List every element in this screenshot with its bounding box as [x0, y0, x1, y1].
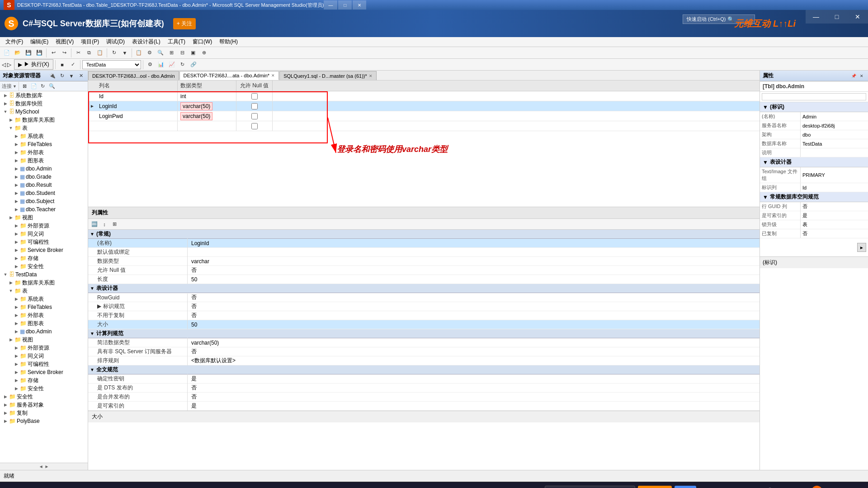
tree-item-td-systables[interactable]: ▶ 📁 系统表	[0, 295, 88, 303]
tree-item-security[interactable]: ▶ 📁 安全性	[0, 262, 88, 270]
tree-item-td-security[interactable]: ▶ 📁 安全性	[0, 384, 88, 393]
obj-filter-button[interactable]: ▼	[67, 72, 75, 80]
null-checkbox[interactable]	[251, 93, 258, 99]
prop-section-general[interactable]: ▼ (常规)	[88, 230, 760, 239]
cell-coltype[interactable]: int	[178, 91, 236, 101]
maximize-top-button[interactable]: □	[826, 10, 847, 24]
cell-colname[interactable]: LoginPwd	[96, 111, 178, 121]
tab-desktop-ata[interactable]: DESKTOP-TF2I68J....ata - dbo.Admin* ✕	[179, 71, 279, 80]
props-close-button[interactable]: ✕	[858, 72, 865, 80]
tree-item-td-filetables[interactable]: ▶ 📁 FileTables	[0, 303, 88, 311]
tree-item-dbo-student[interactable]: ▶ ▦ dbo.Student	[0, 189, 88, 197]
tree-item-systemdb[interactable]: ▶ 🗄 系统数据库	[0, 91, 88, 99]
oe-new-query-button[interactable]: 📄	[30, 82, 38, 90]
tree-item-myschool-views[interactable]: ▶ 📁 视图	[0, 213, 88, 222]
send-button[interactable]: 发送	[675, 486, 696, 488]
props-section-dbspace[interactable]: ▼ 常规数据库空间规范	[760, 192, 868, 202]
gift-button[interactable]: 弹幕礼仪 ›	[638, 486, 672, 488]
tree-item-myschool[interactable]: ▼ 🗄 MySchool	[0, 108, 88, 116]
oe-refresh-tb-button[interactable]: ↻	[39, 82, 47, 90]
menu-view[interactable]: 视图(V)	[52, 37, 77, 47]
cell-coltype[interactable]: varchar(50)	[178, 101, 236, 111]
exec-toolbar-btn5[interactable]: 🔗	[189, 60, 198, 70]
obj-refresh-button[interactable]: ↻	[58, 72, 66, 80]
table-row[interactable]: Id int	[88, 91, 760, 101]
maximize-button[interactable]: □	[338, 0, 352, 9]
obj-browser-button[interactable]: 🔍	[156, 48, 165, 58]
solution-explorer-button[interactable]: 📋	[134, 48, 144, 58]
prop-row[interactable]: 大小 50	[88, 320, 760, 329]
tree-item-dbo-teacher[interactable]: ▶ ▦ dbo.Teacher	[0, 205, 88, 213]
minimize-top-button[interactable]: —	[806, 10, 826, 24]
tree-item-top-security[interactable]: ▶ 📁 安全性	[0, 393, 88, 401]
tree-item-td-synonyms[interactable]: ▶ 📁 同义词	[0, 352, 88, 360]
tree-item-external-resources[interactable]: ▶ 📁 外部资源	[0, 222, 88, 230]
tree-item-td-dbo-admin[interactable]: ▶ ▦ dbo.Admin	[0, 327, 88, 336]
cell-coltype[interactable]: varchar(50)	[178, 111, 236, 121]
col-props-btn3[interactable]: ⊞	[110, 220, 119, 229]
props-search-input[interactable]	[762, 93, 866, 100]
prop-section-fulltext[interactable]: ▼ 全文规范	[88, 365, 760, 374]
filter-button[interactable]: ▼	[120, 48, 130, 58]
tree-item-td-ext-tables[interactable]: ▶ 📁 外部表	[0, 311, 88, 319]
cut-button[interactable]: ✂	[73, 48, 83, 58]
cell-allownull[interactable]	[236, 91, 273, 101]
exec-toolbar-btn3[interactable]: 📈	[167, 60, 177, 70]
close-button[interactable]: ✕	[353, 0, 366, 9]
menu-project[interactable]: 项目(P)	[77, 37, 103, 47]
props-row[interactable]: 行 GUID 列 否	[760, 202, 868, 211]
prop-row[interactable]: 不用于复制 否	[88, 311, 760, 320]
props-row[interactable]: 服务器名称 desktop-tf2i68j	[760, 121, 868, 130]
props-scroll-btn[interactable]: ►	[857, 243, 866, 252]
menu-tools[interactable]: 工具(T)	[164, 37, 189, 47]
prop-row[interactable]: 默认值或绑定	[88, 248, 760, 257]
props-section-tabledesigner[interactable]: ▼ 表设计器	[760, 157, 868, 167]
prop-row[interactable]: 允许 Null 值 否	[88, 266, 760, 275]
cell-colname[interactable]: LoginId	[96, 101, 178, 111]
oe-filter-tb-button[interactable]: 🔍	[48, 82, 56, 90]
prop-row[interactable]: RowGuid 否	[88, 293, 760, 302]
props-row[interactable]: 架构 dbo	[760, 130, 868, 139]
table-row[interactable]	[88, 121, 760, 131]
minimize-button[interactable]: —	[324, 0, 337, 9]
save-all-button[interactable]: 💾	[34, 48, 44, 58]
parse-button[interactable]: ✓	[68, 60, 78, 70]
props-row[interactable]: 锁升级 表	[760, 220, 868, 229]
new-query-button[interactable]: 📄	[2, 48, 12, 58]
tree-item-dbo-result[interactable]: ▶ ▦ dbo.Result	[0, 181, 88, 189]
tree-item-testdata[interactable]: ▼ 🗄 TestData	[0, 270, 88, 279]
tree-item-myschool-relations[interactable]: ▶ 📁 数据库关系图	[0, 116, 88, 124]
tree-item-server-objects[interactable]: ▶ 📁 服务器对象	[0, 401, 88, 409]
database-dropdown[interactable]: TestData master MySchool	[82, 60, 141, 69]
tree-item-td-storage[interactable]: ▶ 📁 存储	[0, 376, 88, 384]
obj-connect-button[interactable]: 🔌	[48, 72, 57, 80]
tree-item-programmability[interactable]: ▶ 📁 可编程性	[0, 238, 88, 246]
exec-toolbar-btn4[interactable]: ↻	[178, 60, 188, 70]
tree-item-td-service-broker[interactable]: ▶ 📁 Service Broker	[0, 368, 88, 376]
exec-toolbar-btn2[interactable]: 📊	[156, 60, 166, 70]
tree-item-graph-tables[interactable]: ▶ 📁 图形表	[0, 156, 88, 165]
tab-close-icon[interactable]: ✕	[369, 74, 373, 78]
tree-item-td-ext-resources[interactable]: ▶ 📁 外部资源	[0, 344, 88, 352]
tree-item-dbo-grade[interactable]: ▶ ▦ dbo.Grade	[0, 173, 88, 181]
close-top-button[interactable]: ✕	[847, 10, 868, 24]
tree-item-td-graph[interactable]: ▶ 📁 图形表	[0, 319, 88, 327]
prop-section-tabledesigner[interactable]: ▼ 表设计器	[88, 284, 760, 293]
menu-edit[interactable]: 编辑(E)	[27, 37, 52, 47]
toolbar-btn10[interactable]: ⊕	[199, 48, 209, 58]
tree-item-testdata-tables[interactable]: ▼ 📁 表	[0, 287, 88, 295]
connect-dropdown[interactable]: ▼	[13, 84, 17, 89]
prop-row[interactable]: 是可索引的 是	[88, 402, 760, 411]
send-input[interactable]	[545, 486, 635, 488]
tree-item-dbsnapshot[interactable]: ▶ 🗄 数据库快照	[0, 99, 88, 108]
prop-row[interactable]: 是合并发布的 否	[88, 393, 760, 402]
menu-help[interactable]: 帮助(H)	[216, 37, 241, 47]
props-row[interactable]: 标识列 Id	[760, 183, 868, 192]
menu-window[interactable]: 窗口(W)	[189, 37, 216, 47]
refresh-button[interactable]: ↻	[109, 48, 119, 58]
tree-item-systables[interactable]: ▶ 📁 系统表	[0, 132, 88, 140]
tree-item-external-tables[interactable]: ▶ 📁 外部表	[0, 148, 88, 156]
prop-section-computed[interactable]: ▼ 计算列规范	[88, 329, 760, 338]
cell-allownull[interactable]	[236, 101, 273, 111]
copy-button[interactable]: ⧉	[84, 48, 94, 58]
